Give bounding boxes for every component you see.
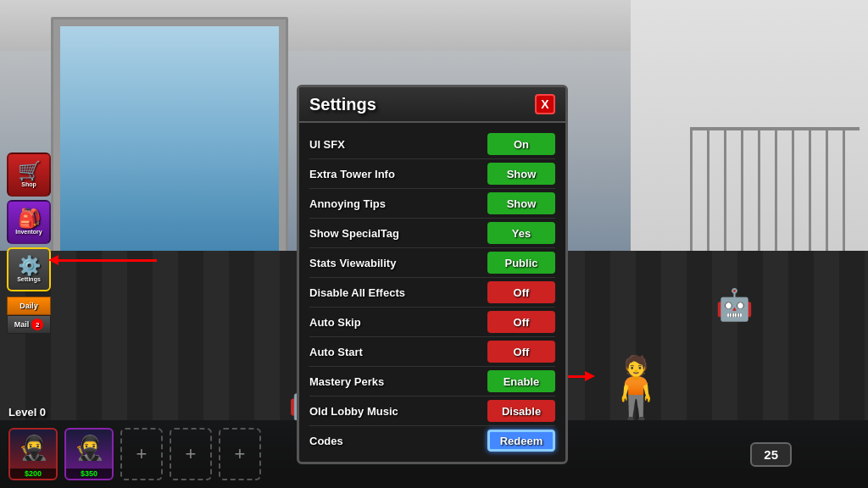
setting-value-9[interactable]: Disable	[487, 400, 555, 422]
setting-row-6: Auto SkipOff	[309, 308, 555, 337]
close-button[interactable]: X	[535, 94, 555, 114]
setting-label-10: Codes	[309, 435, 343, 447]
setting-row-2: Annoying TipsShow	[309, 189, 555, 219]
setting-value-1[interactable]: Show	[487, 163, 555, 185]
setting-row-7: Auto StartOff	[309, 337, 555, 367]
setting-label-9: Old Lobby Music	[309, 405, 398, 418]
setting-label-6: Auto Skip	[309, 316, 361, 329]
setting-row-3: Show SpecialTagYes	[309, 219, 555, 248]
settings-modal: Settings X UI SFXOnExtra Tower InfoShowA…	[297, 85, 568, 464]
setting-value-4[interactable]: Public	[487, 252, 555, 274]
modal-title: Settings	[309, 95, 376, 114]
setting-label-0: UI SFX	[309, 138, 345, 151]
setting-row-1: Extra Tower InfoShow	[309, 159, 555, 189]
setting-row-8: Mastery PerksEnable	[309, 367, 555, 396]
setting-label-5: Disable All Effects	[309, 286, 405, 299]
setting-label-1: Extra Tower Info	[309, 168, 395, 180]
setting-row-9: Old Lobby MusicDisable	[309, 396, 555, 426]
setting-label-4: Stats Viewability	[309, 257, 396, 269]
setting-label-7: Auto Start	[309, 346, 363, 358]
setting-value-2[interactable]: Show	[487, 192, 555, 214]
setting-row-5: Disable All EffectsOff	[309, 278, 555, 308]
setting-row-0: UI SFXOn	[309, 130, 555, 159]
setting-label-3: Show SpecialTag	[309, 227, 399, 240]
setting-label-8: Mastery Perks	[309, 375, 384, 388]
setting-value-0[interactable]: On	[487, 133, 555, 155]
setting-value-7[interactable]: Off	[487, 341, 555, 363]
setting-value-3[interactable]: Yes	[487, 222, 555, 244]
setting-value-10[interactable]: Redeem	[487, 430, 555, 452]
modal-header: Settings X	[299, 87, 565, 123]
modal-body: UI SFXOnExtra Tower InfoShowAnnoying Tip…	[299, 123, 565, 462]
setting-value-5[interactable]: Off	[487, 281, 555, 303]
setting-label-2: Annoying Tips	[309, 197, 386, 210]
setting-row-10: CodesRedeem	[309, 426, 555, 455]
modal-overlay: Settings X UI SFXOnExtra Tower InfoShowA…	[0, 0, 868, 488]
setting-row-4: Stats ViewabilityPublic	[309, 248, 555, 278]
setting-value-6[interactable]: Off	[487, 311, 555, 333]
setting-value-8[interactable]: Enable	[487, 370, 555, 392]
